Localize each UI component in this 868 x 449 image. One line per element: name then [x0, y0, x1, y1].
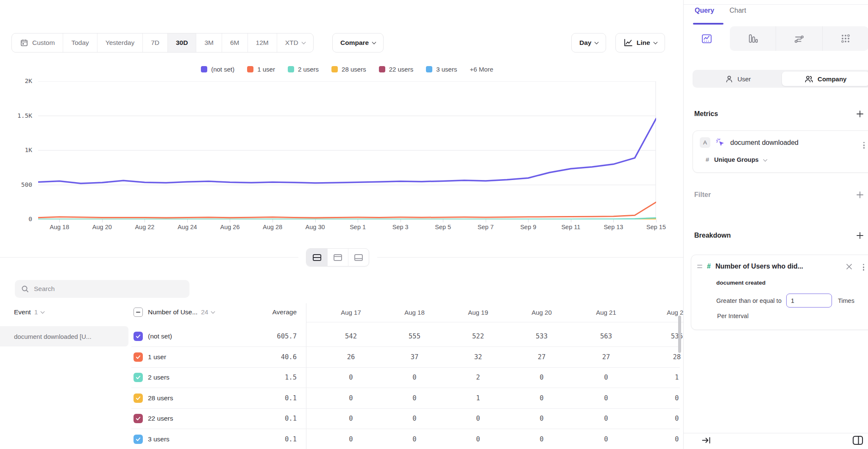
cell-value: 0 — [383, 408, 446, 429]
y-tick-label: 1.5K — [3, 112, 32, 119]
series-checkbox[interactable] — [134, 373, 143, 382]
metrics-title: Metrics — [694, 110, 718, 118]
legend-item-4[interactable]: 22 users — [379, 66, 414, 73]
range-12m[interactable]: 12M — [248, 33, 277, 52]
range-label: 6M — [230, 39, 239, 47]
metric-kebab-menu[interactable] — [862, 140, 866, 150]
metric-card[interactable]: A document downloaded # Unique Groups — [693, 130, 868, 173]
range-custom[interactable]: Custom — [12, 33, 63, 52]
x-tick-label: Sep 15 — [637, 224, 675, 230]
user-icon — [725, 75, 733, 83]
series-checkbox[interactable] — [134, 435, 143, 444]
series-checkbox[interactable] — [134, 332, 143, 341]
x-tick-label: Sep 3 — [381, 224, 420, 230]
range-label: XTD — [285, 39, 298, 47]
series-count: 24 — [201, 308, 208, 316]
average-value: 0.1 — [237, 408, 297, 429]
condition-value-input[interactable] — [786, 294, 832, 308]
range-label: Custom — [32, 39, 55, 47]
drag-handle-icon[interactable] — [697, 265, 702, 268]
x-tick-mark — [486, 219, 486, 222]
scope-company-option[interactable]: Company — [782, 72, 868, 86]
range-xtd[interactable]: XTD — [277, 33, 313, 52]
legend-item-0[interactable]: (not set) — [201, 66, 234, 73]
cell-value: 555 — [383, 326, 446, 346]
cell-value: 2 — [446, 367, 510, 388]
chart-type-flow-tab[interactable] — [776, 26, 822, 51]
average-value: 40.6 — [237, 347, 297, 367]
view-split-button[interactable] — [306, 249, 327, 266]
x-tick-label: Aug 20 — [83, 224, 121, 230]
range-7d[interactable]: 7D — [142, 33, 167, 52]
range-today[interactable]: Today — [63, 33, 97, 52]
remove-breakdown-button[interactable] — [845, 262, 854, 273]
event-column-header[interactable]: Event 1 — [14, 302, 44, 322]
average-value: 605.7 — [237, 326, 297, 346]
x-tick-label: Sep 9 — [509, 224, 547, 230]
line-chart-icon — [623, 39, 633, 47]
scope-user-label: User — [737, 75, 751, 83]
cell-value: 536 — [645, 326, 683, 346]
x-tick-label: Sep 1 — [339, 224, 377, 230]
add-filter-button[interactable] — [856, 191, 864, 199]
legend-more-label[interactable]: +6 More — [470, 66, 493, 73]
breakdown-property-name: Number of Users who did... — [715, 263, 803, 270]
interval-dropdown[interactable]: Day — [571, 33, 606, 53]
range-30d[interactable]: 30D — [167, 33, 196, 52]
compare-label: Compare — [340, 39, 369, 47]
legend-item-2[interactable]: 2 users — [288, 66, 319, 73]
series-label: 28 users — [148, 388, 173, 408]
cell-value: 522 — [446, 326, 510, 346]
cell-value: 26 — [319, 347, 383, 367]
legend-label: (not set) — [211, 66, 234, 73]
hash-icon: # — [706, 156, 709, 163]
series-checkbox[interactable] — [134, 352, 143, 362]
tab-query[interactable]: Query — [695, 7, 714, 14]
chart-type-line-tab[interactable] — [684, 26, 730, 51]
chart-type-dropdown[interactable]: Line — [615, 33, 665, 53]
average-column-header: Average — [237, 302, 297, 322]
add-breakdown-button[interactable] — [856, 232, 864, 239]
breakdown-kebab-menu[interactable] — [861, 262, 866, 272]
view-chart-only-button[interactable] — [327, 249, 348, 266]
grid-dots-icon — [840, 33, 851, 44]
scope-user-option[interactable]: User — [694, 72, 782, 86]
collapse-sidebar-icon[interactable] — [701, 436, 711, 446]
event-count: 1 — [34, 308, 38, 316]
series-checkbox[interactable] — [134, 394, 143, 403]
legend-item-3[interactable]: 28 users — [331, 66, 366, 73]
legend-item-1[interactable]: 1 user — [247, 66, 275, 73]
metric-measure-dropdown[interactable]: # Unique Groups — [706, 156, 767, 163]
x-tick-mark — [59, 219, 60, 222]
chart-type-grid-tab[interactable] — [822, 26, 868, 51]
check-icon — [135, 333, 141, 339]
range-yesterday[interactable]: Yesterday — [97, 33, 142, 52]
select-all-checkbox[interactable] — [134, 308, 143, 317]
cell-value: 0 — [383, 388, 446, 408]
x-tick-label: Sep 13 — [594, 224, 632, 230]
tab-chart[interactable]: Chart — [729, 7, 746, 14]
table-scrollbar[interactable] — [678, 316, 681, 353]
chart-type-icon-tabs — [684, 26, 868, 51]
date-column-header: Aug 17 — [319, 302, 383, 322]
add-metric-button[interactable] — [856, 110, 864, 118]
metrics-section-header: Metrics — [694, 110, 864, 118]
range-6m[interactable]: 6M — [222, 33, 248, 52]
range-label: Yesterday — [106, 39, 134, 47]
panel-layout-icon[interactable] — [852, 435, 863, 447]
compare-button[interactable]: Compare — [332, 33, 384, 53]
series-header-label: Number of Use... — [148, 308, 198, 316]
search-input[interactable] — [34, 285, 183, 293]
view-table-only-button[interactable] — [348, 249, 369, 266]
series-column-header[interactable]: Number of Use... 24 — [148, 302, 214, 322]
range-3m[interactable]: 3M — [196, 33, 222, 52]
active-tab-underline — [693, 23, 723, 25]
date-column-header: Aug 19 — [446, 302, 510, 322]
chart-type-bar-tab[interactable] — [730, 26, 776, 51]
series-label: 3 users — [148, 429, 170, 449]
breakdown-event-name: document created — [716, 280, 765, 286]
breakdown-condition-row: Greater than or equal to Times — [716, 294, 854, 308]
series-checkbox[interactable] — [134, 414, 143, 423]
legend-item-5[interactable]: 3 users — [426, 66, 457, 73]
cell-value: 0 — [645, 408, 683, 429]
